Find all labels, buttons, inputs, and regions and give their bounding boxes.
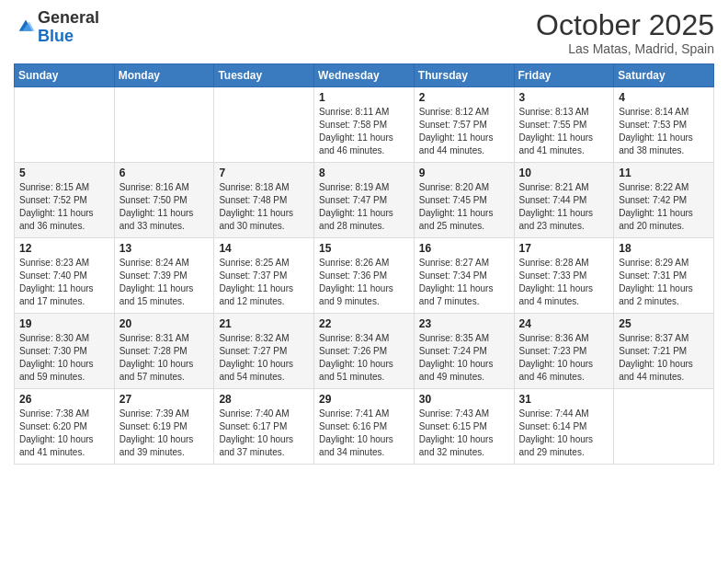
day-info: Sunrise: 7:43 AMSunset: 6:15 PMDaylight:… — [419, 408, 509, 459]
day-info: Sunrise: 8:29 AMSunset: 7:31 PMDaylight:… — [619, 257, 709, 308]
day-cell: 21Sunrise: 8:32 AMSunset: 7:27 PMDayligh… — [214, 314, 314, 389]
day-number: 16 — [419, 242, 509, 255]
day-info: Sunrise: 8:35 AMSunset: 7:24 PMDaylight:… — [419, 332, 509, 384]
col-header-thursday: Thursday — [414, 64, 514, 87]
day-number: 10 — [519, 167, 609, 179]
day-cell: 23Sunrise: 8:35 AMSunset: 7:24 PMDayligh… — [414, 314, 514, 389]
day-cell: 17Sunrise: 8:28 AMSunset: 7:33 PMDayligh… — [514, 238, 614, 314]
day-info: Sunrise: 8:27 AMSunset: 7:34 PMDaylight:… — [419, 257, 509, 308]
day-number: 14 — [219, 242, 309, 255]
day-cell: 27Sunrise: 7:39 AMSunset: 6:19 PMDayligh… — [114, 389, 214, 465]
day-number: 6 — [119, 167, 210, 179]
day-cell: 9Sunrise: 8:20 AMSunset: 7:45 PMDaylight… — [414, 163, 514, 238]
day-number: 25 — [619, 317, 709, 330]
day-info: Sunrise: 8:32 AMSunset: 7:27 PMDaylight:… — [219, 332, 309, 384]
col-header-wednesday: Wednesday — [314, 64, 415, 87]
day-number: 11 — [619, 167, 709, 179]
day-number: 17 — [519, 242, 609, 255]
week-row-1: 5Sunrise: 8:15 AMSunset: 7:52 PMDaylight… — [15, 163, 714, 238]
day-cell — [614, 389, 714, 465]
day-info: Sunrise: 7:39 AMSunset: 6:19 PMDaylight:… — [119, 408, 210, 459]
day-number: 29 — [319, 393, 409, 406]
day-info: Sunrise: 8:16 AMSunset: 7:50 PMDaylight:… — [119, 181, 210, 233]
header: General Blue October 2025 Las Matas, Mad… — [14, 9, 714, 56]
day-info: Sunrise: 8:25 AMSunset: 7:37 PMDaylight:… — [219, 257, 309, 308]
day-cell: 31Sunrise: 7:44 AMSunset: 6:14 PMDayligh… — [514, 389, 614, 465]
day-info: Sunrise: 7:41 AMSunset: 6:16 PMDaylight:… — [319, 408, 409, 459]
day-info: Sunrise: 8:20 AMSunset: 7:45 PMDaylight:… — [419, 181, 509, 233]
day-cell: 12Sunrise: 8:23 AMSunset: 7:40 PMDayligh… — [15, 238, 115, 314]
day-cell: 2Sunrise: 8:12 AMSunset: 7:57 PMDaylight… — [414, 87, 514, 163]
col-header-saturday: Saturday — [614, 64, 714, 87]
day-number: 3 — [519, 91, 609, 104]
calendar-table: SundayMondayTuesdayWednesdayThursdayFrid… — [14, 63, 714, 465]
col-header-monday: Monday — [114, 64, 214, 87]
location: Las Matas, Madrid, Spain — [536, 41, 714, 56]
day-info: Sunrise: 8:23 AMSunset: 7:40 PMDaylight:… — [19, 257, 109, 308]
day-info: Sunrise: 8:22 AMSunset: 7:42 PMDaylight:… — [619, 181, 709, 233]
day-info: Sunrise: 8:13 AMSunset: 7:55 PMDaylight:… — [519, 106, 609, 157]
day-info: Sunrise: 8:24 AMSunset: 7:39 PMDaylight:… — [119, 257, 210, 308]
day-number: 23 — [419, 317, 509, 330]
week-row-3: 19Sunrise: 8:30 AMSunset: 7:30 PMDayligh… — [15, 314, 714, 389]
day-number: 20 — [119, 317, 210, 330]
day-number: 8 — [319, 167, 409, 179]
day-cell — [15, 87, 115, 163]
day-cell: 26Sunrise: 7:38 AMSunset: 6:20 PMDayligh… — [15, 389, 115, 465]
day-cell: 15Sunrise: 8:26 AMSunset: 7:36 PMDayligh… — [314, 238, 415, 314]
title-block: October 2025 Las Matas, Madrid, Spain — [536, 9, 714, 56]
day-cell: 25Sunrise: 8:37 AMSunset: 7:21 PMDayligh… — [614, 314, 714, 389]
week-row-0: 1Sunrise: 8:11 AMSunset: 7:58 PMDaylight… — [15, 87, 714, 163]
day-cell: 22Sunrise: 8:34 AMSunset: 7:26 PMDayligh… — [314, 314, 415, 389]
day-cell: 3Sunrise: 8:13 AMSunset: 7:55 PMDaylight… — [514, 87, 614, 163]
logo-icon — [16, 16, 36, 36]
day-number: 7 — [219, 167, 309, 179]
col-header-friday: Friday — [514, 64, 614, 87]
day-number: 5 — [19, 167, 109, 179]
day-cell: 30Sunrise: 7:43 AMSunset: 6:15 PMDayligh… — [414, 389, 514, 465]
day-number: 28 — [219, 393, 309, 406]
day-cell: 19Sunrise: 8:30 AMSunset: 7:30 PMDayligh… — [15, 314, 115, 389]
day-info: Sunrise: 8:15 AMSunset: 7:52 PMDaylight:… — [19, 181, 109, 233]
day-number: 4 — [619, 91, 709, 104]
day-cell: 24Sunrise: 8:36 AMSunset: 7:23 PMDayligh… — [514, 314, 614, 389]
day-number: 2 — [419, 91, 509, 104]
day-info: Sunrise: 8:14 AMSunset: 7:53 PMDaylight:… — [619, 106, 709, 157]
day-number: 18 — [619, 242, 709, 255]
day-number: 9 — [419, 167, 509, 179]
week-row-2: 12Sunrise: 8:23 AMSunset: 7:40 PMDayligh… — [15, 238, 714, 314]
day-number: 30 — [419, 393, 509, 406]
day-number: 26 — [19, 393, 109, 406]
day-info: Sunrise: 8:12 AMSunset: 7:57 PMDaylight:… — [419, 106, 509, 157]
logo-text: General Blue — [38, 9, 99, 46]
day-info: Sunrise: 7:38 AMSunset: 6:20 PMDaylight:… — [19, 408, 109, 459]
day-cell: 29Sunrise: 7:41 AMSunset: 6:16 PMDayligh… — [314, 389, 415, 465]
day-cell: 1Sunrise: 8:11 AMSunset: 7:58 PMDaylight… — [314, 87, 415, 163]
logo: General Blue — [14, 9, 99, 46]
logo-general: General — [38, 8, 99, 27]
day-info: Sunrise: 8:26 AMSunset: 7:36 PMDaylight:… — [319, 257, 409, 308]
day-number: 19 — [19, 317, 109, 330]
day-cell: 13Sunrise: 8:24 AMSunset: 7:39 PMDayligh… — [114, 238, 214, 314]
day-number: 27 — [119, 393, 210, 406]
day-cell: 4Sunrise: 8:14 AMSunset: 7:53 PMDaylight… — [614, 87, 714, 163]
day-info: Sunrise: 8:30 AMSunset: 7:30 PMDaylight:… — [19, 332, 109, 384]
day-info: Sunrise: 8:34 AMSunset: 7:26 PMDaylight:… — [319, 332, 409, 384]
day-cell: 10Sunrise: 8:21 AMSunset: 7:44 PMDayligh… — [514, 163, 614, 238]
day-cell: 7Sunrise: 8:18 AMSunset: 7:48 PMDaylight… — [214, 163, 314, 238]
day-info: Sunrise: 8:37 AMSunset: 7:21 PMDaylight:… — [619, 332, 709, 384]
day-cell: 16Sunrise: 8:27 AMSunset: 7:34 PMDayligh… — [414, 238, 514, 314]
day-info: Sunrise: 8:11 AMSunset: 7:58 PMDaylight:… — [319, 106, 409, 157]
calendar-header-row: SundayMondayTuesdayWednesdayThursdayFrid… — [15, 64, 714, 87]
logo-blue: Blue — [38, 27, 74, 45]
day-cell: 6Sunrise: 8:16 AMSunset: 7:50 PMDaylight… — [114, 163, 214, 238]
day-number: 22 — [319, 317, 409, 330]
page: General Blue October 2025 Las Matas, Mad… — [0, 0, 728, 563]
day-number: 15 — [319, 242, 409, 255]
day-number: 24 — [519, 317, 609, 330]
day-info: Sunrise: 8:21 AMSunset: 7:44 PMDaylight:… — [519, 181, 609, 233]
day-info: Sunrise: 7:44 AMSunset: 6:14 PMDaylight:… — [519, 408, 609, 459]
col-header-sunday: Sunday — [15, 64, 115, 87]
week-row-4: 26Sunrise: 7:38 AMSunset: 6:20 PMDayligh… — [15, 389, 714, 465]
day-info: Sunrise: 8:19 AMSunset: 7:47 PMDaylight:… — [319, 181, 409, 233]
